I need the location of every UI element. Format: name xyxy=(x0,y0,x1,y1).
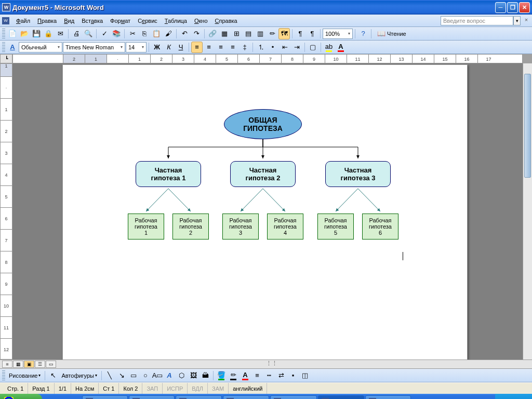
diagram-root-ellipse[interactable]: ОБЩАЯ ГИПОТЕЗА xyxy=(224,109,302,139)
print-preview-button[interactable]: 🔍 xyxy=(83,28,94,39)
document-page[interactable]: ОБЩАЯ ГИПОТЕЗА Частная гипотеза 1 Частна… xyxy=(62,64,468,360)
bulleted-list-button[interactable]: • xyxy=(267,42,278,53)
line-spacing-button[interactable]: ‡ xyxy=(239,42,250,53)
dash-style-button[interactable]: ┅ xyxy=(263,370,275,381)
save-button[interactable]: 💾 xyxy=(31,28,42,39)
menu-1[interactable]: Правка xyxy=(34,17,60,25)
task-button[interactable]: WДокумент... xyxy=(318,395,364,399)
arrow-tool-button[interactable]: ↘ xyxy=(116,370,127,381)
diagram-leaf-4[interactable]: Рабочая гипотеза 4 xyxy=(267,214,303,240)
undo-button[interactable]: ↶ xyxy=(179,28,190,39)
line-color-button[interactable]: ✏ xyxy=(228,370,239,381)
show-marks-button[interactable]: ¶ xyxy=(307,28,318,39)
menu-7[interactable]: Окно xyxy=(191,17,211,25)
hyperlink-button[interactable]: 🔗 xyxy=(207,28,218,39)
diagram-mid-2[interactable]: Частная гипотеза 2 xyxy=(230,161,296,187)
close-button[interactable]: ✕ xyxy=(519,2,530,13)
tables-borders-button[interactable]: ▦ xyxy=(219,28,230,39)
horizontal-ruler[interactable]: 21·1234567891011121314151617 xyxy=(12,54,523,63)
task-button[interactable]: WДокумент... xyxy=(365,395,411,399)
task-button[interactable]: WЛаб №8 Р... xyxy=(270,395,317,399)
new-doc-button[interactable]: 📄 xyxy=(7,28,18,39)
print-view-button[interactable]: ▣ xyxy=(24,361,34,368)
toolbar-handle[interactable] xyxy=(2,29,5,39)
increase-indent-button[interactable]: ⇥ xyxy=(291,42,302,53)
fill-color-button[interactable]: 🪣 xyxy=(216,370,227,381)
excel-button[interactable]: ▤ xyxy=(243,28,254,39)
shadow-button[interactable]: ▪ xyxy=(287,370,299,381)
textbox-tool-button[interactable]: A▭ xyxy=(152,370,163,381)
research-button[interactable]: 📚 xyxy=(111,28,122,39)
web-view-button[interactable]: ▦ xyxy=(13,361,23,368)
borders-button[interactable]: ▢ xyxy=(307,42,318,53)
status-ovr[interactable]: ЗАМ xyxy=(208,383,229,394)
rectangle-tool-button[interactable]: ▭ xyxy=(128,370,139,381)
status-ext[interactable]: ВДЛ xyxy=(188,383,208,394)
show-desktop-button[interactable]: 🖥 xyxy=(45,396,56,399)
vertical-ruler[interactable]: 21·12345678910111213 xyxy=(0,63,12,360)
columns-button[interactable]: ▥ xyxy=(255,28,266,39)
menu-5[interactable]: Сервис xyxy=(134,17,161,25)
line-tool-button[interactable]: ╲ xyxy=(104,370,115,381)
menu-4[interactable]: Формат xyxy=(107,17,134,25)
font-combo[interactable]: Times New Roman▾ xyxy=(63,42,125,52)
numbered-list-button[interactable]: ⒈ xyxy=(255,42,267,53)
font-color-button[interactable]: A xyxy=(335,42,347,53)
task-button[interactable]: WПрактиче... xyxy=(223,395,269,399)
ie-button[interactable]: e xyxy=(57,396,67,399)
diagram-button[interactable]: ⬡ xyxy=(176,370,187,381)
redo-button[interactable]: ↷ xyxy=(191,28,202,39)
doc-close-button[interactable]: × xyxy=(523,16,530,23)
diagram-leaf-6[interactable]: Рабочая гипотеза 6 xyxy=(362,214,398,240)
align-justify-button[interactable]: ≡ xyxy=(227,42,238,53)
open-button[interactable]: 📂 xyxy=(19,28,30,39)
wordart-button[interactable]: A xyxy=(164,370,175,381)
menu-2[interactable]: Вид xyxy=(60,17,78,25)
draw-menu-button[interactable]: Рисование▾ xyxy=(7,373,43,379)
status-language[interactable]: английский xyxy=(229,383,267,394)
reading-view-button[interactable]: ▭ xyxy=(46,361,56,368)
permissions-button[interactable]: 🔒 xyxy=(43,28,54,39)
picture-button[interactable]: 🏔 xyxy=(200,370,211,381)
style-combo[interactable]: Обычный▾ xyxy=(19,42,62,52)
diagram-mid-3[interactable]: Частная гипотеза 3 xyxy=(325,161,391,187)
splitter-handle[interactable]: ⋮⋮ xyxy=(266,360,268,368)
format-painter-button[interactable]: 🖌 xyxy=(163,28,174,39)
underline-button[interactable]: Ч xyxy=(175,42,187,53)
menu-3[interactable]: Вставка xyxy=(78,17,107,25)
mail-button[interactable]: ✉ xyxy=(55,28,66,39)
cut-button[interactable]: ✂ xyxy=(127,28,138,39)
oval-tool-button[interactable]: ○ xyxy=(140,370,151,381)
highlight-button[interactable]: ab xyxy=(323,42,335,53)
scroll-thumb[interactable] xyxy=(524,74,531,178)
toolbar-handle[interactable] xyxy=(2,42,5,52)
help-dropdown-button[interactable]: ▾ xyxy=(513,16,521,25)
task-button[interactable]: WДокумент... xyxy=(176,395,222,399)
align-right-button[interactable]: ≡ xyxy=(215,42,227,53)
autoshapes-menu-button[interactable]: Автофигуры▾ xyxy=(59,373,99,379)
reading-layout-button[interactable]: 📖 Чтение xyxy=(374,28,410,39)
italic-button[interactable]: К xyxy=(163,42,175,53)
status-rec[interactable]: ЗАП xyxy=(142,383,163,394)
doc-control-icon[interactable]: W xyxy=(2,17,9,24)
align-center-button[interactable]: ≡ xyxy=(203,42,215,53)
diagram-leaf-3[interactable]: Рабочая гипотеза 3 xyxy=(222,214,259,240)
outline-view-button[interactable]: ☰ xyxy=(35,361,45,368)
decrease-indent-button[interactable]: ⇤ xyxy=(279,42,290,53)
menu-0[interactable]: Файл xyxy=(12,17,34,25)
bold-button[interactable]: Ж xyxy=(151,42,163,53)
clipart-button[interactable]: 🖼 xyxy=(188,370,199,381)
doc-map-button[interactable]: 🗺 xyxy=(278,28,290,39)
media-player-button[interactable]: ▶ xyxy=(68,396,78,399)
diagram-leaf-1[interactable]: Рабочая гипотеза 1 xyxy=(128,214,164,240)
task-button[interactable]: WЗадание ... xyxy=(129,395,175,399)
styles-pane-button[interactable]: A xyxy=(7,42,18,53)
align-left-button[interactable]: ≡ xyxy=(191,42,203,53)
system-tray[interactable]: ‹ K 21:20 xyxy=(495,394,532,399)
select-objects-button[interactable]: ↖ xyxy=(47,370,59,381)
insert-table-button[interactable]: ⊞ xyxy=(231,28,242,39)
ruler-corner[interactable]: ┗ xyxy=(0,54,12,63)
help-button[interactable]: ? xyxy=(357,28,369,39)
diagram-leaf-5[interactable]: Рабочая гипотеза 5 xyxy=(317,214,354,240)
page-area[interactable]: ОБЩАЯ ГИПОТЕЗА Частная гипотеза 1 Частна… xyxy=(12,63,523,360)
